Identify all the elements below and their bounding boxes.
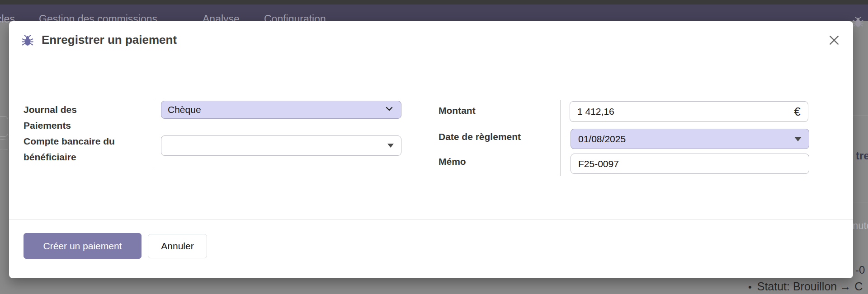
date-input[interactable] — [578, 134, 790, 145]
bank-account-combobox[interactable] — [161, 135, 401, 156]
dialog-title: Enregistrer un paiement — [42, 33, 177, 47]
create-payment-button[interactable]: Créer un paiement — [24, 233, 142, 259]
debug-bug-icon[interactable] — [852, 16, 864, 30]
journal-label: Journal des Paiements — [24, 102, 121, 133]
memo-input[interactable] — [578, 159, 802, 169]
bug-icon — [21, 34, 34, 49]
caret-down-icon — [387, 144, 394, 148]
background-status-line: •Statut: Brouillon→C — [748, 280, 863, 293]
label-separator-right — [560, 100, 561, 176]
status-text: Statut: Brouillon — [757, 280, 837, 293]
background-amount-fragment: -0 — [855, 264, 865, 276]
screen: { "navbar": { "items": ["cles", "Gestion… — [0, 0, 868, 294]
bank-account-label: Compte bancaire du bénéficiaire — [24, 133, 132, 165]
cancel-button[interactable]: Annuler — [148, 234, 207, 258]
close-icon[interactable] — [827, 33, 841, 47]
memo-label: Mémo — [439, 154, 466, 169]
bullet-icon: • — [748, 281, 752, 293]
amount-label: Montant — [439, 103, 476, 118]
dialog-header: Enregistrer un paiement — [9, 21, 853, 58]
arrow-right-icon: → — [840, 280, 851, 293]
caret-down-icon — [794, 137, 802, 141]
bank-account-input[interactable] — [169, 140, 383, 151]
date-label: Date de règlement — [439, 129, 521, 145]
amount-input[interactable] — [577, 106, 790, 117]
background-widget-outline — [0, 116, 8, 137]
background-timestamp-fragment: nute — [853, 220, 868, 232]
background-divider — [853, 202, 868, 202]
status-next-text: C — [854, 280, 863, 293]
currency-symbol: € — [794, 105, 801, 119]
date-field[interactable] — [571, 129, 809, 149]
memo-field — [571, 154, 809, 174]
chevron-down-icon — [384, 103, 395, 117]
background-widget-outline — [0, 139, 8, 149]
register-payment-dialog: Enregistrer un paiement Journal des Paie… — [9, 21, 853, 278]
journal-select[interactable]: Chèque — [161, 101, 401, 119]
amount-field: € — [570, 101, 808, 122]
dialog-footer: Créer un paiement Annuler — [9, 219, 853, 278]
journal-selected-value: Chèque — [168, 104, 379, 115]
label-separator-left — [153, 100, 153, 168]
background-button-fragment: tren — [856, 149, 868, 162]
background-divider — [853, 116, 868, 116]
window-top-strip — [0, 0, 868, 5]
